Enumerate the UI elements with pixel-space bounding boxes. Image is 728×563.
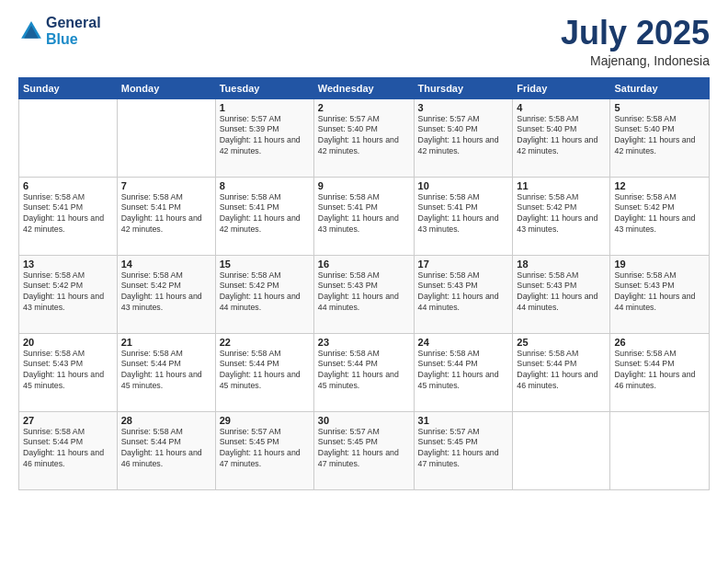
day-info: Sunrise: 5:58 AM Sunset: 5:43 PM Dayligh… (517, 270, 606, 315)
day-number: 14 (121, 259, 211, 270)
calendar-week-row: 20Sunrise: 5:58 AM Sunset: 5:43 PM Dayli… (19, 333, 710, 411)
day-number: 18 (517, 259, 606, 270)
calendar-cell (117, 98, 215, 177)
day-number: 22 (220, 337, 310, 348)
calendar-cell: 25Sunrise: 5:58 AM Sunset: 5:44 PM Dayli… (513, 333, 610, 411)
day-number: 9 (318, 180, 410, 191)
day-info: Sunrise: 5:58 AM Sunset: 5:40 PM Dayligh… (614, 114, 705, 158)
day-info: Sunrise: 5:58 AM Sunset: 5:43 PM Dayligh… (23, 349, 113, 393)
calendar-cell: 13Sunrise: 5:58 AM Sunset: 5:42 PM Dayli… (19, 255, 118, 333)
calendar-week-row: 27Sunrise: 5:58 AM Sunset: 5:44 PM Dayli… (19, 411, 710, 489)
day-number: 20 (23, 337, 113, 348)
day-number: 28 (121, 415, 211, 426)
calendar-cell: 26Sunrise: 5:58 AM Sunset: 5:44 PM Dayli… (610, 333, 710, 411)
day-info: Sunrise: 5:57 AM Sunset: 5:39 PM Dayligh… (220, 114, 310, 158)
calendar-cell: 8Sunrise: 5:58 AM Sunset: 5:41 PM Daylig… (215, 177, 313, 255)
day-header: Saturday (610, 77, 710, 98)
calendar-cell: 21Sunrise: 5:58 AM Sunset: 5:44 PM Dayli… (117, 333, 215, 411)
day-number: 29 (220, 415, 310, 426)
calendar-cell: 24Sunrise: 5:58 AM Sunset: 5:44 PM Dayli… (414, 333, 513, 411)
month-title: July 2025 (561, 15, 710, 52)
calendar-cell: 30Sunrise: 5:57 AM Sunset: 5:45 PM Dayli… (313, 411, 414, 489)
day-info: Sunrise: 5:58 AM Sunset: 5:41 PM Dayligh… (418, 192, 509, 236)
calendar-cell: 1Sunrise: 5:57 AM Sunset: 5:39 PM Daylig… (215, 98, 313, 177)
day-number: 21 (121, 337, 211, 348)
day-header: Monday (117, 77, 215, 98)
day-number: 7 (121, 180, 211, 191)
day-header: Friday (513, 77, 610, 98)
day-info: Sunrise: 5:58 AM Sunset: 5:42 PM Dayligh… (220, 270, 310, 315)
day-info: Sunrise: 5:58 AM Sunset: 5:41 PM Dayligh… (220, 192, 310, 236)
day-number: 1 (220, 102, 310, 113)
logo: General Blue (18, 15, 101, 47)
day-number: 16 (318, 259, 410, 270)
title-block: July 2025 Majenang, Indonesia (561, 15, 710, 68)
calendar-cell: 19Sunrise: 5:58 AM Sunset: 5:43 PM Dayli… (610, 255, 710, 333)
day-header: Sunday (19, 77, 118, 98)
day-header: Thursday (414, 77, 513, 98)
day-number: 23 (318, 337, 410, 348)
day-info: Sunrise: 5:58 AM Sunset: 5:42 PM Dayligh… (121, 270, 211, 315)
day-info: Sunrise: 5:58 AM Sunset: 5:43 PM Dayligh… (614, 270, 705, 315)
calendar-cell: 16Sunrise: 5:58 AM Sunset: 5:43 PM Dayli… (313, 255, 414, 333)
day-number: 25 (517, 337, 606, 348)
day-number: 17 (418, 259, 509, 270)
calendar-cell: 14Sunrise: 5:58 AM Sunset: 5:42 PM Dayli… (117, 255, 215, 333)
day-number: 11 (517, 180, 606, 191)
day-info: Sunrise: 5:58 AM Sunset: 5:44 PM Dayligh… (517, 349, 606, 393)
calendar-week-row: 13Sunrise: 5:58 AM Sunset: 5:42 PM Dayli… (19, 255, 710, 333)
day-info: Sunrise: 5:58 AM Sunset: 5:44 PM Dayligh… (418, 349, 509, 393)
day-info: Sunrise: 5:57 AM Sunset: 5:40 PM Dayligh… (418, 114, 509, 158)
day-info: Sunrise: 5:58 AM Sunset: 5:44 PM Dayligh… (23, 427, 113, 471)
day-info: Sunrise: 5:58 AM Sunset: 5:44 PM Dayligh… (318, 349, 410, 393)
day-number: 2 (318, 102, 410, 113)
calendar-cell: 10Sunrise: 5:58 AM Sunset: 5:41 PM Dayli… (414, 177, 513, 255)
calendar-cell: 2Sunrise: 5:57 AM Sunset: 5:40 PM Daylig… (313, 98, 414, 177)
logo-text-line1: General (46, 15, 101, 31)
calendar-cell: 22Sunrise: 5:58 AM Sunset: 5:44 PM Dayli… (215, 333, 313, 411)
calendar-cell: 29Sunrise: 5:57 AM Sunset: 5:45 PM Dayli… (215, 411, 313, 489)
calendar-cell: 12Sunrise: 5:58 AM Sunset: 5:42 PM Dayli… (610, 177, 710, 255)
calendar-cell: 20Sunrise: 5:58 AM Sunset: 5:43 PM Dayli… (19, 333, 118, 411)
day-info: Sunrise: 5:58 AM Sunset: 5:44 PM Dayligh… (220, 349, 310, 393)
calendar-cell: 28Sunrise: 5:58 AM Sunset: 5:44 PM Dayli… (117, 411, 215, 489)
day-number: 15 (220, 259, 310, 270)
calendar-cell: 6Sunrise: 5:58 AM Sunset: 5:41 PM Daylig… (19, 177, 118, 255)
day-number: 12 (614, 180, 705, 191)
calendar-cell (610, 411, 710, 489)
page: General Blue July 2025 Majenang, Indones… (0, 0, 728, 563)
day-info: Sunrise: 5:58 AM Sunset: 5:41 PM Dayligh… (318, 192, 410, 236)
calendar-cell: 17Sunrise: 5:58 AM Sunset: 5:43 PM Dayli… (414, 255, 513, 333)
day-number: 31 (418, 415, 509, 426)
day-info: Sunrise: 5:58 AM Sunset: 5:44 PM Dayligh… (614, 349, 705, 393)
calendar-cell (19, 98, 118, 177)
day-info: Sunrise: 5:58 AM Sunset: 5:44 PM Dayligh… (121, 427, 211, 471)
day-info: Sunrise: 5:57 AM Sunset: 5:45 PM Dayligh… (318, 427, 410, 471)
day-info: Sunrise: 5:58 AM Sunset: 5:42 PM Dayligh… (23, 270, 113, 315)
day-info: Sunrise: 5:58 AM Sunset: 5:41 PM Dayligh… (121, 192, 211, 236)
calendar-cell: 4Sunrise: 5:58 AM Sunset: 5:40 PM Daylig… (513, 98, 610, 177)
day-header: Tuesday (215, 77, 313, 98)
calendar-cell: 23Sunrise: 5:58 AM Sunset: 5:44 PM Dayli… (313, 333, 414, 411)
day-info: Sunrise: 5:58 AM Sunset: 5:42 PM Dayligh… (517, 192, 606, 236)
calendar-cell: 7Sunrise: 5:58 AM Sunset: 5:41 PM Daylig… (117, 177, 215, 255)
day-number: 24 (418, 337, 509, 348)
calendar-cell: 3Sunrise: 5:57 AM Sunset: 5:40 PM Daylig… (414, 98, 513, 177)
logo-icon (18, 18, 44, 44)
day-number: 4 (517, 102, 606, 113)
day-info: Sunrise: 5:58 AM Sunset: 5:43 PM Dayligh… (318, 270, 410, 315)
calendar-cell: 5Sunrise: 5:58 AM Sunset: 5:40 PM Daylig… (610, 98, 710, 177)
day-info: Sunrise: 5:58 AM Sunset: 5:41 PM Dayligh… (23, 192, 113, 236)
calendar-cell: 11Sunrise: 5:58 AM Sunset: 5:42 PM Dayli… (513, 177, 610, 255)
day-info: Sunrise: 5:58 AM Sunset: 5:42 PM Dayligh… (614, 192, 705, 236)
day-info: Sunrise: 5:58 AM Sunset: 5:43 PM Dayligh… (418, 270, 509, 315)
location: Majenang, Indonesia (561, 53, 710, 68)
day-info: Sunrise: 5:57 AM Sunset: 5:45 PM Dayligh… (418, 427, 509, 471)
day-number: 3 (418, 102, 509, 113)
day-info: Sunrise: 5:58 AM Sunset: 5:44 PM Dayligh… (121, 349, 211, 393)
calendar-cell: 31Sunrise: 5:57 AM Sunset: 5:45 PM Dayli… (414, 411, 513, 489)
day-number: 13 (23, 259, 113, 270)
day-info: Sunrise: 5:58 AM Sunset: 5:40 PM Dayligh… (517, 114, 606, 158)
day-number: 8 (220, 180, 310, 191)
day-number: 30 (318, 415, 410, 426)
